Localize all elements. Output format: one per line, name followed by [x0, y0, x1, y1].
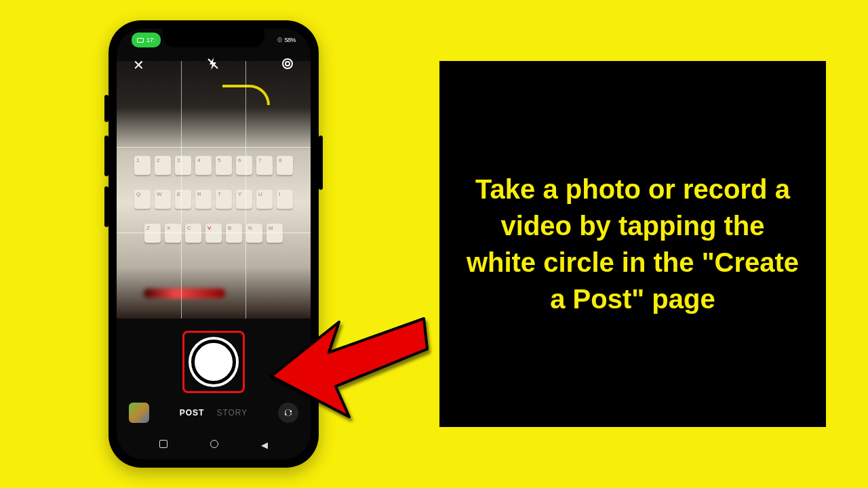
- grid-line: [117, 147, 311, 148]
- kb-key: Q: [134, 190, 151, 209]
- kb-key: 6: [236, 156, 252, 175]
- svg-point-1: [283, 59, 292, 68]
- kb-key: W: [155, 190, 171, 209]
- kb-key: 4: [195, 156, 212, 175]
- phone-side-button: [319, 136, 323, 190]
- viewfinder-keyboard-row: Q W E R T Y U I: [123, 190, 304, 209]
- shutter-area: [182, 331, 245, 393]
- phone-side-button: [104, 95, 108, 122]
- instruction-text: Take a photo or record a video by tappin…: [464, 171, 802, 317]
- signal-icon: ⦾: [277, 37, 282, 44]
- kb-key: 7: [256, 156, 273, 175]
- svg-point-2: [285, 62, 290, 66]
- highlight-box: [182, 331, 245, 393]
- kb-key: Y: [236, 190, 252, 209]
- battery-percent: 58%: [284, 37, 296, 43]
- kb-key: I: [277, 190, 293, 209]
- kb-key: E: [175, 190, 191, 209]
- close-icon[interactable]: ✕: [133, 57, 144, 74]
- camera-top-controls: ✕: [117, 57, 311, 74]
- kb-key: R: [195, 190, 212, 209]
- kb-key: 1: [134, 156, 151, 175]
- back-icon[interactable]: ◀: [261, 440, 268, 450]
- flash-off-icon[interactable]: [206, 57, 220, 74]
- android-nav-bar: ◀: [117, 440, 311, 450]
- phone-notch: [163, 28, 264, 47]
- camera-viewfinder[interactable]: 1 2 3 4 5 6 7 8 Q W E R T Y U I Z X: [117, 61, 311, 319]
- shutter-button[interactable]: [191, 340, 236, 384]
- kb-key: U: [256, 190, 273, 209]
- status-right: ⦾ 58%: [277, 33, 296, 47]
- grid-line: [245, 61, 246, 319]
- camera-icon: [137, 38, 144, 43]
- gallery-thumbnail[interactable]: [129, 403, 149, 423]
- mode-story[interactable]: STORY: [216, 408, 248, 418]
- recent-apps-icon[interactable]: [159, 440, 167, 448]
- viewfinder-content: [144, 289, 225, 298]
- status-time: 17:: [146, 37, 155, 43]
- grid-line: [117, 232, 311, 233]
- phone-side-button: [104, 186, 108, 227]
- grid-line: [181, 61, 182, 319]
- kb-key: 3: [175, 156, 191, 175]
- phone-side-button: [104, 136, 108, 176]
- camera-active-pill: 17:: [132, 33, 161, 47]
- kb-key: 2: [155, 156, 171, 175]
- viewfinder-keyboard-row: 1 2 3 4 5 6 7 8: [123, 156, 304, 175]
- home-icon[interactable]: [210, 440, 218, 448]
- pointer-arrow: [258, 285, 434, 430]
- mode-post[interactable]: POST: [180, 408, 205, 418]
- kb-key: T: [216, 190, 232, 209]
- kb-key: 8: [277, 156, 293, 175]
- kb-key: 5: [216, 156, 232, 175]
- settings-icon[interactable]: [281, 57, 294, 74]
- mode-labels: POST STORY: [160, 408, 267, 418]
- instruction-panel: Take a photo or record a video by tappin…: [439, 61, 826, 427]
